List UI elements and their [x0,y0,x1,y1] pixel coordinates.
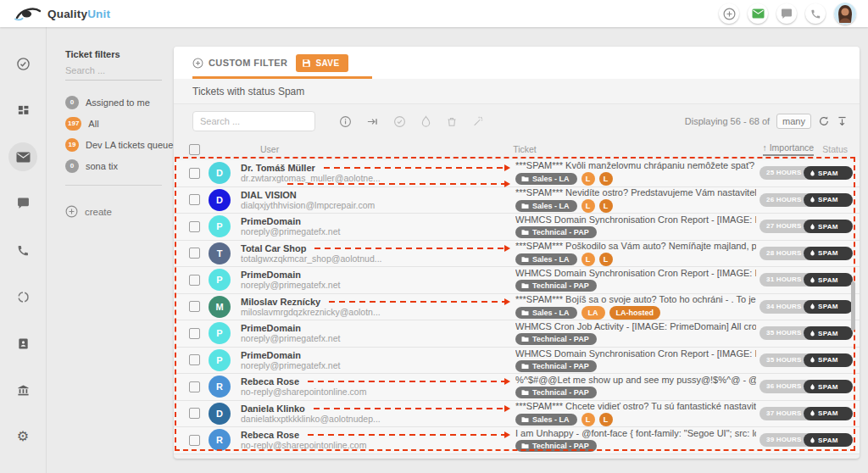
ticket-search-input[interactable] [192,111,315,131]
spam-button[interactable] [420,115,431,128]
rail-billing[interactable] [8,376,37,404]
vertical-scrollbar-thumb[interactable] [851,281,855,331]
refresh-button[interactable] [818,115,830,127]
tag-badge[interactable]: LA-hosted [609,306,661,320]
rail-customers[interactable] [8,329,37,358]
rail-tasks[interactable] [8,49,37,78]
department-tag[interactable]: Sales - LA [515,414,577,426]
table-row[interactable]: P PrimeDomain noreply@primegatefx.net WH… [174,214,860,241]
automation-button[interactable] [472,115,484,127]
flame-icon [810,303,815,310]
table-row[interactable]: D Dr. Tomáš Müller dr.zwtarxgtomas_mulle… [174,160,860,187]
department-tag[interactable]: Sales - LA [515,173,577,185]
row-checkbox[interactable] [189,221,200,232]
column-user: User [260,144,279,154]
tag-line: Technical - PAP [515,226,756,238]
create-filter-button[interactable]: create [65,205,162,218]
select-all-checkbox[interactable] [189,144,200,155]
rail-tickets[interactable] [8,142,37,171]
save-filter-button[interactable]: SAVE [296,54,348,72]
table-row[interactable]: M Miloslav Reznícky miloslavmrgdqzkrezni… [174,294,860,321]
user-name: PrimeDomain [241,216,301,226]
tag-badge[interactable]: L [599,253,613,266]
tag-badge[interactable]: L [599,172,613,186]
department-tag[interactable]: Technical - PAP [515,440,597,452]
row-checkbox[interactable] [189,194,200,205]
department-tag[interactable]: Technical - PAP [515,280,597,292]
column-importance-sort[interactable]: ↑ Importance [763,142,815,156]
user-email: miloslavmrgdqzkreznicky@aolotn... [241,307,436,317]
tag-badge[interactable]: L [599,199,613,213]
table-row[interactable]: P PrimeDomain noreply@primegatefx.net WH… [174,267,860,294]
tag-badge[interactable]: L [581,172,595,186]
row-checkbox[interactable] [189,381,200,392]
flame-icon [810,330,815,337]
ticket-subject: ***SPAM*** Kvôli manželovmu chrápaniu ne… [515,160,756,170]
row-checkbox[interactable] [189,408,200,419]
filter-item[interactable]: 197All [65,113,162,134]
resolve-button[interactable] [393,115,406,128]
table-row[interactable]: D Daniela Klinko danielatkxptkkklinko@ao… [174,401,860,428]
department-tag[interactable]: Sales - LA [515,253,577,265]
row-checkbox[interactable] [189,168,200,179]
table-row[interactable]: T Total Car Shop totalgwxzqkmcar_shop@ao… [174,241,860,268]
ticket-subject: ***SPAM*** Bojíš sa o svoje auto? Toto h… [515,294,756,304]
ticket-cell: ***SPAM*** Chcete vidieť ostro? Tu sú fa… [515,401,756,426]
tag-badge[interactable]: L [581,199,595,213]
brand-logo[interactable]: QualityUnit [14,5,110,22]
call-button[interactable] [805,3,826,24]
filter-item[interactable]: 0Assigned to me [65,92,162,113]
rail-calls[interactable] [8,236,37,264]
user-cell: Miloslav Reznícky miloslavmrgdqzkreznick… [241,297,515,317]
user-name: Daniela Klinko [241,403,305,414]
tag-badge[interactable]: L [581,253,595,266]
row-checkbox[interactable] [189,301,200,312]
table-row[interactable]: P PrimeDomain noreply@primegatefx.net WH… [174,348,860,375]
table-row[interactable]: P PrimeDomain noreply@primegatefx.net WH… [174,320,860,348]
row-checkbox[interactable] [189,248,200,259]
collapse-button[interactable] [837,115,848,127]
tab-custom-filter[interactable]: CUSTOM FILTER [192,58,287,69]
user-cell: Dr. Tomáš Müller dr.zwtarxgtomas_muller@… [241,163,515,183]
ticket-subject: ***SPAM*** Chcete vidieť ostro? Tu sú fa… [515,401,756,411]
ticket-subject: WHMCS Cron Job Activity - [IMAGE: PrimeD… [515,321,756,331]
user-avatar[interactable] [834,3,856,25]
filter-item[interactable]: 0sona tix [65,155,162,176]
rail-social[interactable] [8,282,37,311]
add-circle-button[interactable] [719,3,739,24]
row-checkbox[interactable] [189,275,200,286]
sort-arrow-icon: ↑ [763,142,767,153]
column-status: Status [822,144,848,154]
department-tag[interactable]: Technical - PAP [515,387,597,398]
row-checkbox[interactable] [189,354,200,365]
row-checkbox[interactable] [189,435,200,446]
department-tag[interactable]: Technical - PAP [515,360,597,372]
table-row[interactable]: R Rebeca Rose no-reply@sharepointonline.… [174,374,860,401]
filter-item[interactable]: 19Dev LA tickets queue• [65,134,162,155]
rail-chats[interactable] [8,189,37,218]
annotation-arrow [308,431,510,438]
department-tag[interactable]: Sales - LA [515,200,577,212]
tag-badge[interactable]: L [581,413,595,426]
department-tag[interactable]: Technical - PAP [515,226,597,238]
chat-button[interactable] [776,3,797,24]
new-email-button[interactable] [748,3,768,24]
status-badge: SPAM [804,273,853,287]
department-tag[interactable]: Sales - LA [515,307,577,319]
tag-badge[interactable]: L [599,413,613,426]
tag-badge[interactable]: LA [581,306,605,320]
filters-search-input[interactable] [65,59,162,81]
avatar: D [209,403,231,425]
transfer-button[interactable] [366,115,379,128]
delete-button[interactable] [446,115,458,128]
rail-settings[interactable]: ⚙ [8,422,37,451]
table-row[interactable]: D DIAL VISION dialqxjythhvision@lmpcrepa… [174,187,860,214]
count-dropdown[interactable]: many [776,114,811,129]
table-row[interactable]: R Rebeca Rose no-reply@sharepointonline.… [174,427,860,454]
user-name: DIAL VISION [241,190,297,200]
rail-dashboard[interactable] [8,96,37,125]
department-tag[interactable]: Technical - PAP [515,333,597,345]
row-checkbox[interactable] [189,328,200,339]
user-email: noreply@primegatefx.net [241,280,436,290]
info-button[interactable] [339,115,352,128]
